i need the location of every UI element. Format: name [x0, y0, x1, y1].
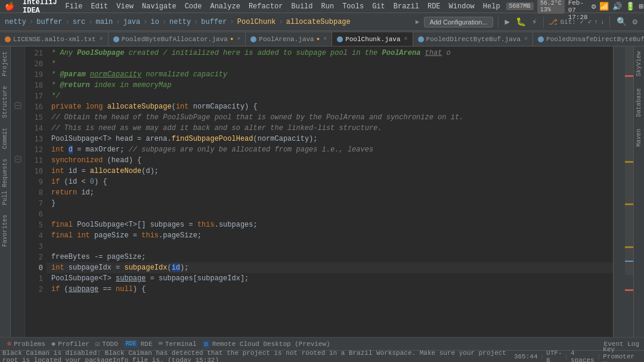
tab-close-pa[interactable]: ×: [323, 36, 327, 42]
gutter-line-0: [11, 261, 24, 272]
breadcrumb-src[interactable]: src: [73, 18, 86, 26]
add-configuration-button[interactable]: Add Configuration...: [424, 17, 493, 27]
rde-label: RDE: [141, 341, 153, 348]
line-19: 19: [25, 69, 43, 80]
tab-icon-license: [5, 36, 11, 42]
gutter-line-20: [11, 57, 24, 68]
tab-close-pdb[interactable]: ×: [524, 36, 528, 42]
menu-item-window[interactable]: Window: [445, 1, 478, 12]
breadcrumb-buffer2[interactable]: buffer: [201, 18, 227, 26]
line-0: 0: [25, 262, 43, 273]
tab-close-license[interactable]: ×: [100, 36, 103, 42]
code-area[interactable]: * Any PoolSubpage created / initialized …: [47, 47, 613, 337]
menu-item-navigate[interactable]: Navigate: [138, 1, 180, 12]
scroll-marker-err1: [625, 75, 633, 77]
fold-icon-11[interactable]: [14, 156, 21, 163]
settings-icon[interactable]: ⚙: [631, 16, 639, 28]
code-line-5: final PoolSubpage<T>[] subpages = this.s…: [47, 219, 613, 230]
menu-item-run[interactable]: Run: [318, 1, 338, 12]
cursor-position: 365:44: [514, 353, 538, 360]
sidebar-label-pull[interactable]: Pull Requests: [2, 159, 8, 205]
line-8: 8: [25, 187, 43, 198]
menu-item-file[interactable]: File: [62, 1, 86, 12]
menu-item-intellij[interactable]: IntelliJ IDEA: [19, 0, 61, 16]
tab-icon-pbba: [113, 36, 119, 42]
tab-pooled-direct-bytebuf[interactable]: PooledDirectByteBuf.java ×: [413, 32, 533, 46]
line-2b: 2: [25, 284, 43, 295]
tab-close-pbba[interactable]: ×: [237, 36, 240, 42]
notifications-icon[interactable]: ⊞: [639, 2, 643, 11]
sidebar-right-maven[interactable]: Maven: [636, 129, 642, 147]
rde-tab[interactable]: RDE RDE: [122, 339, 155, 349]
volume-icon: 🔊: [612, 2, 622, 11]
breadcrumb-netty2[interactable]: netty: [169, 18, 191, 26]
menu-item-refactor[interactable]: Refactor: [245, 1, 287, 12]
system-icon[interactable]: ⚙: [592, 2, 596, 11]
sidebar-label-favorites[interactable]: Favorites: [2, 215, 8, 247]
fold-icon-16[interactable]: [14, 102, 21, 109]
run-button[interactable]: ▶: [503, 16, 512, 28]
gutter-line-n2: [11, 283, 24, 293]
menu-item-git[interactable]: Git: [369, 1, 389, 12]
line-18: 18: [25, 80, 43, 91]
tab-modified-pa: ●: [317, 36, 320, 42]
menu-item-tools[interactable]: Tools: [339, 1, 367, 12]
menu-item-code[interactable]: Code: [181, 1, 206, 12]
sidebar-right-skyview[interactable]: SkyView: [636, 51, 642, 76]
breadcrumb-main[interactable]: main: [95, 18, 113, 26]
sidebar-label-project[interactable]: Project: [2, 51, 8, 76]
tab-pooled-unsafe-direct[interactable]: PooledUnsafeDirectByteBuf.java ×: [533, 32, 644, 46]
tab-icon-pudb: [538, 36, 544, 42]
tab-icon-pc: [337, 36, 343, 42]
todo-label: TODO: [102, 341, 117, 348]
coverage-button[interactable]: ⚡: [530, 16, 538, 28]
code-line-13: PoolSubpage<T> head = arena.findSubpageP…: [47, 134, 613, 144]
menu-item-rde[interactable]: RDE: [424, 1, 444, 12]
debug-button[interactable]: 🐛: [514, 16, 528, 28]
profiler-tab[interactable]: ◈ Profiler: [49, 338, 92, 349]
code-line-16: private long allocateSubpage(int normCap…: [47, 101, 613, 112]
scroll-overview[interactable]: [614, 47, 633, 332]
profiler-label: Profiler: [58, 341, 89, 348]
menu-item-analyze[interactable]: Analyze: [206, 1, 243, 12]
menu-bar: 🍎 IntelliJ IDEA File Edit View Navigate …: [0, 0, 644, 13]
breadcrumb-java[interactable]: java: [123, 18, 140, 26]
tab-close-pc[interactable]: ×: [404, 36, 408, 42]
terminal-icon: ⌨: [159, 339, 163, 348]
tab-pooled-bytebuf-allocator[interactable]: PooledByteBufAllocator.java ● ×: [109, 32, 246, 46]
code-line-7: }: [47, 198, 613, 209]
remote-desktop-tab[interactable]: ⊡ Remote Cloud Desktop (Preview): [200, 339, 333, 349]
menu-item-build[interactable]: Build: [288, 1, 317, 12]
breadcrumb-poolchunk[interactable]: PoolChunk: [237, 18, 276, 26]
problems-tab[interactable]: ⊗ Problems: [5, 338, 48, 349]
tab-pool-chunk-active[interactable]: PoolChunk.java ×: [332, 32, 413, 46]
gutter-line-9: [11, 175, 24, 186]
todo-tab[interactable]: ☑ TODO: [93, 338, 120, 349]
sidebar-label-structure[interactable]: Structure: [2, 86, 8, 118]
line-6: 6: [25, 209, 43, 219]
tab-pool-arena[interactable]: PoolArena.java ● ×: [246, 32, 332, 46]
tab-icon-pa: [250, 36, 256, 42]
menu-item-help[interactable]: Help: [479, 1, 504, 12]
menu-item-edit[interactable]: Edit: [87, 1, 112, 12]
breadcrumb-netty[interactable]: netty: [5, 18, 26, 26]
tab-license[interactable]: LICENSE.aalto-xml.txt ×: [0, 32, 109, 46]
sidebar-label-commit[interactable]: Commit: [2, 128, 8, 149]
memory-badge: 5687MB: [506, 2, 534, 10]
menu-item-view[interactable]: View: [113, 1, 137, 12]
breadcrumb-io[interactable]: io: [150, 18, 159, 26]
status-sep-2: |: [565, 353, 569, 360]
search-everywhere-icon[interactable]: 🔍: [615, 16, 628, 28]
menu-item-brazil[interactable]: Brazil: [390, 1, 423, 12]
sidebar-right-database[interactable]: Database: [636, 88, 642, 117]
terminal-tab[interactable]: ⌨ Terminal: [156, 338, 199, 349]
cpu-badge: 56.2°C 13%: [537, 0, 565, 14]
line-21: 21: [25, 48, 43, 58]
terminal-label: Terminal: [165, 341, 197, 348]
code-line-1: PoolSubpage<T> subpage = subpages[subpag…: [47, 273, 613, 284]
scroll-marker-warn2: [625, 203, 633, 205]
status-sep-3: |: [597, 353, 601, 360]
breadcrumb-method[interactable]: allocateSubpage: [286, 18, 351, 26]
line-9: 9: [25, 177, 43, 187]
breadcrumb-buffer[interactable]: buffer: [36, 18, 62, 26]
